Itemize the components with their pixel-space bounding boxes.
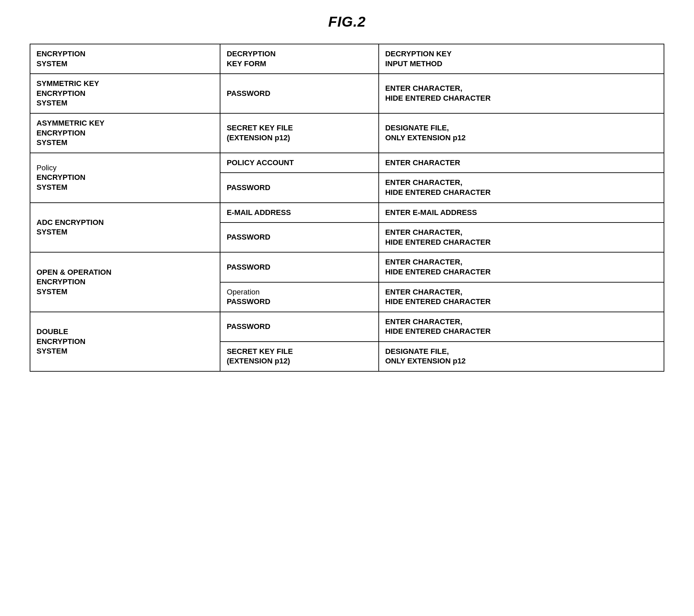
table-row-symmetric: SYMMETRIC KEYENCRYPTIONSYSTEM PASSWORD E… (30, 74, 664, 113)
table-row-openop-password: OPEN & OPERATIONENCRYPTIONSYSTEM PASSWOR… (30, 252, 664, 282)
adc-email-key-form: E-MAIL ADDRESS (220, 203, 379, 223)
adc-password-key-form: PASSWORD (220, 223, 379, 252)
symmetric-input-method: ENTER CHARACTER,HIDE ENTERED CHARACTER (379, 74, 664, 113)
asymmetric-key-form: SECRET KEY FILE(EXTENSION p12) (220, 113, 379, 153)
header-col3: DECRYPTION KEY INPUT METHOD (379, 44, 664, 74)
policy-label-normal: Policy (37, 163, 57, 172)
header-col1: ENCRYPTION SYSTEM (30, 44, 220, 74)
table-header-row: ENCRYPTION SYSTEM DECRYPTION KEY FORM DE… (30, 44, 664, 74)
policy-account-key-form: POLICY ACCOUNT (220, 153, 379, 173)
symmetric-system: SYMMETRIC KEYENCRYPTIONSYSTEM (30, 74, 220, 113)
header-col2: DECRYPTION KEY FORM (220, 44, 379, 74)
openop-password-input-method: ENTER CHARACTER,HIDE ENTERED CHARACTER (379, 252, 664, 282)
table-row-asymmetric: ASYMMETRIC KEYENCRYPTIONSYSTEM SECRET KE… (30, 113, 664, 153)
asymmetric-input-method: DESIGNATE FILE,ONLY EXTENSION p12 (379, 113, 664, 153)
operation-label-bold: PASSWORD (227, 297, 270, 306)
adc-email-input-method: ENTER E-MAIL ADDRESS (379, 203, 664, 223)
double-password-input-method: ENTER CHARACTER,HIDE ENTERED CHARACTER (379, 312, 664, 342)
asymmetric-system: ASYMMETRIC KEYENCRYPTIONSYSTEM (30, 113, 220, 153)
policy-system: Policy ENCRYPTIONSYSTEM (30, 153, 220, 203)
policy-label-bold: ENCRYPTIONSYSTEM (37, 173, 85, 191)
openop-system: OPEN & OPERATIONENCRYPTIONSYSTEM (30, 252, 220, 312)
openop-password-key-form: PASSWORD (220, 252, 379, 282)
table-row-adc-email: ADC ENCRYPTIONSYSTEM E-MAIL ADDRESS ENTE… (30, 203, 664, 223)
openop-oppassword-input-method: ENTER CHARACTER,HIDE ENTERED CHARACTER (379, 282, 664, 312)
double-password-key-form: PASSWORD (220, 312, 379, 342)
double-secretkey-input-method: DESIGNATE FILE,ONLY EXTENSION p12 (379, 342, 664, 371)
adc-password-input-method: ENTER CHARACTER,HIDE ENTERED CHARACTER (379, 223, 664, 252)
policy-password-input-method: ENTER CHARACTER,HIDE ENTERED CHARACTER (379, 173, 664, 202)
double-system: DOUBLEENCRYPTIONSYSTEM (30, 312, 220, 371)
main-table: ENCRYPTION SYSTEM DECRYPTION KEY FORM DE… (30, 44, 664, 372)
openop-oppassword-key-form: Operation PASSWORD (220, 282, 379, 312)
page-title: FIG.2 (328, 14, 366, 30)
table-row-double-password: DOUBLEENCRYPTIONSYSTEM PASSWORD ENTER CH… (30, 312, 664, 342)
symmetric-key-form: PASSWORD (220, 74, 379, 113)
adc-system: ADC ENCRYPTIONSYSTEM (30, 203, 220, 253)
table-container: ENCRYPTION SYSTEM DECRYPTION KEY FORM DE… (30, 44, 664, 372)
operation-label-normal: Operation (227, 288, 260, 296)
double-secretkey-key-form: SECRET KEY FILE(EXTENSION p12) (220, 342, 379, 371)
policy-account-input-method: ENTER CHARACTER (379, 153, 664, 173)
policy-password-key-form: PASSWORD (220, 173, 379, 202)
table-row-policy-account: Policy ENCRYPTIONSYSTEM POLICY ACCOUNT E… (30, 153, 664, 173)
